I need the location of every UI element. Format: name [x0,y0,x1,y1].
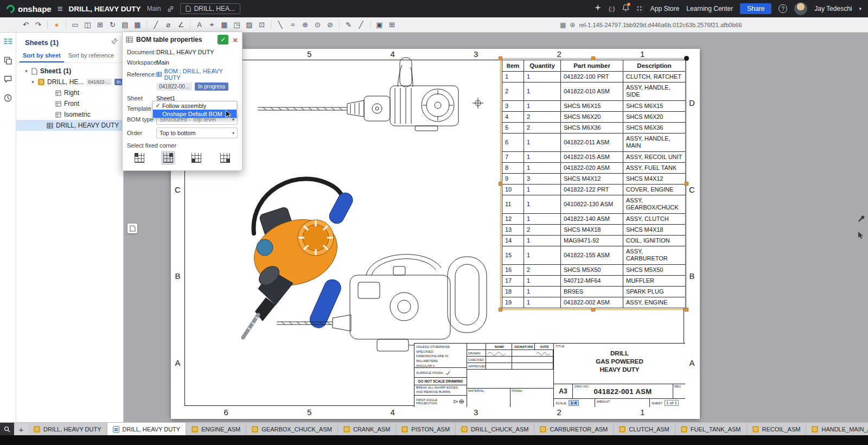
fixed-corner-option[interactable] [161,151,175,165]
toolbar-icon[interactable]: ▤ [119,20,131,30]
bom-row[interactable]: 17 1 540712-MF64 MUFFLER [502,275,686,286]
toolbar-icon[interactable]: ∠ [175,20,187,30]
toolbar-icon[interactable]: ✎ [342,20,355,30]
document-tab[interactable]: DRILL, HEAVY DUTY [107,423,187,436]
bom-row[interactable]: 11 1 0410822-130 ASM ASSY, GEARBOX/CHUCK [502,195,686,213]
reference-link[interactable]: BOM : DRILL, HEAVY DUTY [156,68,238,81]
document-tab[interactable]: DRILL, HEAVY DUTY [28,423,107,436]
caret-down-icon[interactable]: ▾ [24,68,29,74]
toolbar-icon[interactable]: ◳ [231,20,243,30]
search-tabs-button[interactable] [0,423,14,436]
share-button[interactable]: Share [740,3,771,14]
toolbar-icon[interactable]: ╱ [150,20,162,30]
tree-item-view[interactable]: Right [16,87,123,98]
document-tab[interactable]: GEARBOX_CHUCK_ASM [246,423,338,436]
toolbar-icon[interactable]: ◫ [81,20,94,30]
toolbar-icon[interactable]: A [193,20,206,30]
bom-row[interactable]: 16 2 SHCS M5X50 SHCS M5X50 [502,264,686,275]
layers-icon[interactable] [4,56,12,67]
toolbar-icon[interactable]: ↷ [32,20,44,30]
help-icon[interactable]: ? [778,4,787,13]
toolbar-icon[interactable] [339,21,340,29]
toolbar-icon[interactable]: ▭ [69,20,81,30]
document-tab[interactable]: PISTON_ASM [396,423,456,436]
branch-name[interactable]: Main [147,5,161,12]
sort-tab[interactable]: Sort by reference [65,50,117,62]
toolbar-icon[interactable] [271,21,271,29]
bom-row[interactable]: 7 1 041822-015 ASM ASSY, RECOIL UNIT [502,151,686,162]
bom-row[interactable]: 9 3 SHCS M4X12 SHCS M4X12 [502,173,686,184]
onshape-logo[interactable]: onshape [7,4,52,14]
toolbar-icon[interactable]: ╱ [355,20,367,30]
toolbar-icon[interactable]: ● [50,20,63,30]
comment-icon[interactable] [4,75,12,85]
toolbar-icon[interactable]: ▦ [131,20,144,30]
toolbar-icon[interactable]: ⌖ [206,20,218,30]
toolbar-icon[interactable]: ⊞ [94,20,106,30]
toolbar-icon[interactable] [190,21,190,29]
toolbar-icon[interactable]: ≈ [286,20,299,30]
toolbar-icon[interactable] [47,21,48,29]
toolbar-icon[interactable]: ↶ [20,20,32,30]
learning-center-link[interactable]: Learning Center [686,5,733,12]
fixed-corner-option[interactable] [189,151,203,165]
sphere-icon[interactable]: ⊕ [570,21,575,29]
bom-row[interactable]: 13 2 SHCS M4X18 SHCS M4X18 [502,224,686,235]
bom-row[interactable]: 10 1 041822-122 PRT COVER, ENGINE [502,185,686,195]
main-menu-icon[interactable]: ≡ [58,4,63,14]
pin-panel-icon[interactable] [111,37,118,47]
document-tab[interactable]: CARBURETOR_ASM [534,423,614,436]
close-button[interactable]: × [232,36,239,44]
bom-row[interactable]: 12 1 041822-140 ASM ASSY, CLUTCH [502,213,686,224]
document-tab[interactable]: HANDLE_MAIN_ASM [806,423,868,436]
scale-value[interactable]: 1:4 [569,400,579,406]
confirm-button[interactable]: ✓ [218,35,228,44]
sheet-list-icon[interactable] [4,38,12,48]
user-menu-caret-icon[interactable]: ▾ [859,6,861,11]
toolbar-icon[interactable]: ⊘ [324,20,336,30]
app-store-link[interactable]: App Store [650,5,679,12]
toolbar-icon[interactable]: ╲ [274,20,286,30]
document-tab[interactable]: CLUTCH_ASM [614,423,675,436]
toolbar-icon[interactable]: ⊡ [256,20,268,30]
featurescript-icon[interactable]: {;} [609,5,615,12]
bom-row[interactable]: 1 1 041822-100 PRT CLUTCH, RATCHET [502,72,686,82]
tools-sparkle-icon[interactable] [594,4,602,14]
toolbar-icon[interactable]: ⊞ [386,20,398,30]
bom-table[interactable]: Item Quantity Part number Description 1 … [502,60,685,308]
template-option[interactable]: ✓ Follow assembly [153,101,237,110]
sheet-flyout-button[interactable] [127,224,137,233]
checker-icon[interactable]: ▦ [560,21,566,29]
bom-row[interactable]: 8 1 041822-020 ASM ASSY, FUEL TANK [502,162,686,173]
bom-row[interactable]: 3 1 SHCS M6X15 SHCS M6X15 [502,100,686,111]
notifications-icon[interactable] [622,4,629,14]
drawing-view-right[interactable] [252,55,491,134]
document-tab[interactable]: FUEL_TANK_ASM [675,423,747,436]
link-icon[interactable] [167,5,174,12]
cursor-tool-icon[interactable] [857,231,864,241]
document-tab[interactable]: DRILL_CHUCK_ASM [456,423,534,436]
bom-row[interactable]: 5 2 SHCS M6X36 SHCS M6X36 [502,122,686,133]
user-avatar[interactable] [794,2,807,15]
open-document-tab[interactable]: DRILL, HEA... [180,3,240,14]
bom-row[interactable]: 2 1 041822-010 ASM ASSY, HANDLE, SIDE [502,82,686,100]
tree-item-view[interactable]: Isometric [16,109,123,120]
sheet-settings-icon[interactable] [857,214,865,225]
order-select[interactable]: Top to bottom▾ [156,128,238,138]
document-title[interactable]: DRILL, HEAVY DUTY [69,5,141,13]
tree-item-assembly[interactable]: ▾ DRILL, HE... 041822-... In pr... [16,77,123,87]
toolbar-icon[interactable]: ▣ [373,20,386,30]
bom-row[interactable]: 19 1 041822-002 ASM ASSY, ENGINE [502,297,686,308]
toolbar-icon[interactable]: ▦ [218,20,231,30]
toolbar-icon[interactable]: ▨ [243,20,256,30]
fixed-corner-option[interactable] [132,151,146,165]
drawing-sheet[interactable]: 654321 654321 DCBA DCBA [171,49,700,419]
document-tab[interactable]: RECOIL_ASM [747,423,807,436]
history-icon[interactable] [4,94,12,104]
tree-item-view[interactable]: Front [16,98,123,109]
sort-tab[interactable]: Sort by sheet [20,50,64,62]
caret-down-icon[interactable]: ▾ [30,79,35,85]
tree-item-sheet1[interactable]: ▾ Sheet1 (1) [16,66,123,77]
app-grid-icon[interactable] [636,5,643,12]
add-tab-button[interactable]: + [14,423,28,436]
